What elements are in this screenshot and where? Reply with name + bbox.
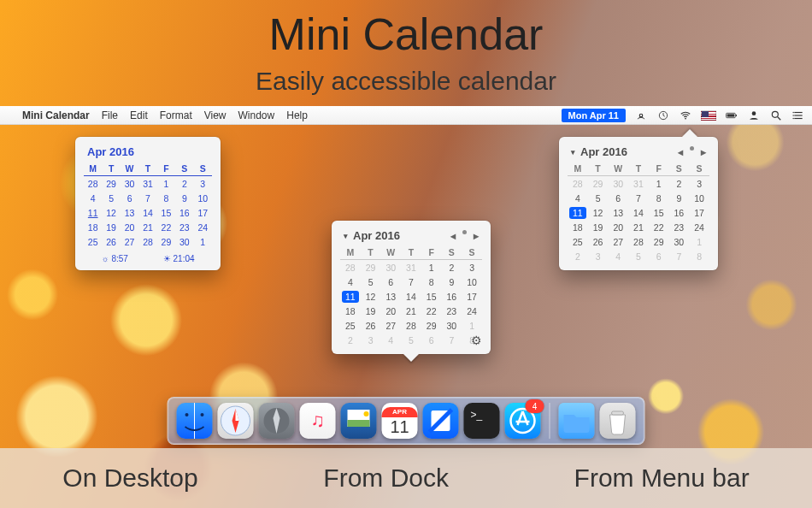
day-cell[interactable]: 9: [669, 191, 690, 205]
day-cell[interactable]: 6: [649, 249, 669, 263]
timemachine-icon[interactable]: [656, 109, 670, 122]
day-cell[interactable]: 21: [138, 220, 156, 234]
day-cell[interactable]: 31: [401, 260, 421, 275]
day-cell[interactable]: 25: [568, 234, 588, 249]
dock-app-itunes[interactable]: ♫: [300, 403, 336, 439]
calendar-widget-desktop[interactable]: Apr 2016 MTWTFSS282930311234567891011121…: [75, 137, 221, 270]
day-cell[interactable]: 4: [568, 191, 588, 205]
day-cell[interactable]: 2: [442, 260, 462, 275]
day-cell[interactable]: 1: [194, 234, 212, 249]
day-cell[interactable]: 30: [608, 176, 628, 192]
day-cell[interactable]: 27: [121, 234, 138, 249]
calendar-grid[interactable]: MTWTFSS282930311234567891011121314151617…: [84, 162, 212, 249]
day-cell[interactable]: 3: [361, 333, 381, 347]
day-cell[interactable]: 22: [157, 220, 175, 234]
day-cell[interactable]: 29: [421, 318, 442, 333]
day-cell[interactable]: 30: [175, 234, 193, 249]
prev-month-button[interactable]: ◂: [450, 230, 456, 242]
user-icon[interactable]: [747, 109, 761, 122]
day-cell[interactable]: 25: [340, 318, 361, 333]
day-cell[interactable]: 15: [157, 205, 175, 220]
day-cell[interactable]: 4: [84, 191, 102, 205]
dock-app-xcode[interactable]: [423, 403, 459, 439]
today-button[interactable]: [462, 230, 467, 234]
month-dropdown-icon[interactable]: ▾: [344, 232, 348, 240]
day-cell[interactable]: 16: [442, 289, 462, 304]
day-cell[interactable]: 26: [361, 318, 381, 333]
day-cell[interactable]: 26: [102, 234, 120, 249]
day-cell[interactable]: 29: [649, 234, 669, 249]
day-cell[interactable]: 20: [608, 220, 628, 234]
day-cell[interactable]: 11: [340, 289, 361, 304]
day-cell[interactable]: 17: [462, 289, 482, 304]
dock-downloads-folder[interactable]: [559, 403, 595, 439]
day-cell[interactable]: 12: [588, 205, 609, 220]
day-cell[interactable]: 14: [628, 205, 649, 220]
day-cell[interactable]: 1: [649, 176, 669, 192]
day-cell[interactable]: 14: [138, 205, 156, 220]
day-cell[interactable]: 6: [121, 191, 138, 205]
day-cell[interactable]: 13: [380, 289, 401, 304]
day-cell[interactable]: 4: [608, 249, 628, 263]
menubar-item-edit[interactable]: Edit: [130, 109, 148, 121]
day-cell[interactable]: 18: [340, 304, 361, 318]
day-cell[interactable]: 6: [421, 333, 442, 347]
battery-icon[interactable]: [725, 109, 738, 122]
day-cell[interactable]: 7: [442, 333, 462, 347]
day-cell[interactable]: 24: [689, 220, 709, 234]
day-cell[interactable]: 23: [669, 220, 690, 234]
day-cell[interactable]: 30: [380, 260, 401, 275]
day-cell[interactable]: 5: [361, 275, 381, 289]
day-cell[interactable]: 28: [84, 176, 102, 192]
dock-app-safari[interactable]: [218, 403, 254, 439]
prev-month-button[interactable]: ◂: [678, 146, 683, 158]
day-cell[interactable]: 5: [401, 333, 421, 347]
day-cell[interactable]: 28: [401, 318, 421, 333]
day-cell[interactable]: 21: [401, 304, 421, 318]
day-cell[interactable]: 5: [588, 191, 609, 205]
day-cell[interactable]: 3: [462, 260, 482, 275]
day-cell[interactable]: 31: [628, 176, 649, 192]
day-cell[interactable]: 9: [442, 275, 462, 289]
day-cell[interactable]: 24: [462, 304, 482, 318]
calendar-grid[interactable]: MTWTFSS282930311234567891011121314151617…: [340, 245, 482, 347]
day-cell[interactable]: 6: [380, 275, 401, 289]
day-cell[interactable]: 5: [102, 191, 120, 205]
menubar-item-format[interactable]: Format: [160, 109, 192, 121]
day-cell[interactable]: 30: [442, 318, 462, 333]
dock-app-finder[interactable]: [177, 403, 213, 439]
dock-app-appstore[interactable]: [505, 403, 541, 439]
day-cell[interactable]: 13: [608, 205, 628, 220]
day-cell[interactable]: 28: [568, 176, 588, 192]
day-cell[interactable]: 28: [628, 234, 649, 249]
menubar-item-file[interactable]: File: [102, 109, 118, 121]
day-cell[interactable]: 29: [157, 234, 175, 249]
day-cell[interactable]: 26: [588, 234, 609, 249]
day-cell[interactable]: 11: [84, 205, 102, 220]
day-cell[interactable]: 12: [361, 289, 381, 304]
day-cell[interactable]: 22: [649, 220, 669, 234]
airdrop-icon[interactable]: [634, 109, 648, 122]
menubar-item-window[interactable]: Window: [238, 109, 275, 121]
day-cell[interactable]: 22: [421, 304, 442, 318]
menubar-date[interactable]: Mon Apr 11: [562, 109, 627, 122]
day-cell[interactable]: 5: [628, 249, 649, 263]
day-cell[interactable]: 8: [689, 249, 709, 263]
calendar-popover-dock[interactable]: ▾ Apr 2016 ◂ ▸ MTWTFSS282930311234567891…: [332, 221, 491, 354]
day-cell[interactable]: 17: [194, 205, 212, 220]
day-cell[interactable]: 8: [157, 191, 175, 205]
settings-gear-icon[interactable]: ⚙: [471, 334, 482, 347]
day-cell[interactable]: 4: [380, 333, 401, 347]
spotlight-icon[interactable]: [769, 109, 783, 122]
day-cell[interactable]: 27: [380, 318, 401, 333]
day-cell[interactable]: 24: [194, 220, 212, 234]
day-cell[interactable]: 23: [175, 220, 193, 234]
day-cell[interactable]: 1: [462, 318, 482, 333]
dock-trash[interactable]: [600, 403, 636, 439]
day-cell[interactable]: 16: [669, 205, 690, 220]
day-cell[interactable]: 1: [689, 234, 709, 249]
day-cell[interactable]: 25: [84, 234, 102, 249]
day-cell[interactable]: 20: [380, 304, 401, 318]
day-cell[interactable]: 31: [138, 176, 156, 192]
input-source-flag-icon[interactable]: [701, 110, 716, 121]
